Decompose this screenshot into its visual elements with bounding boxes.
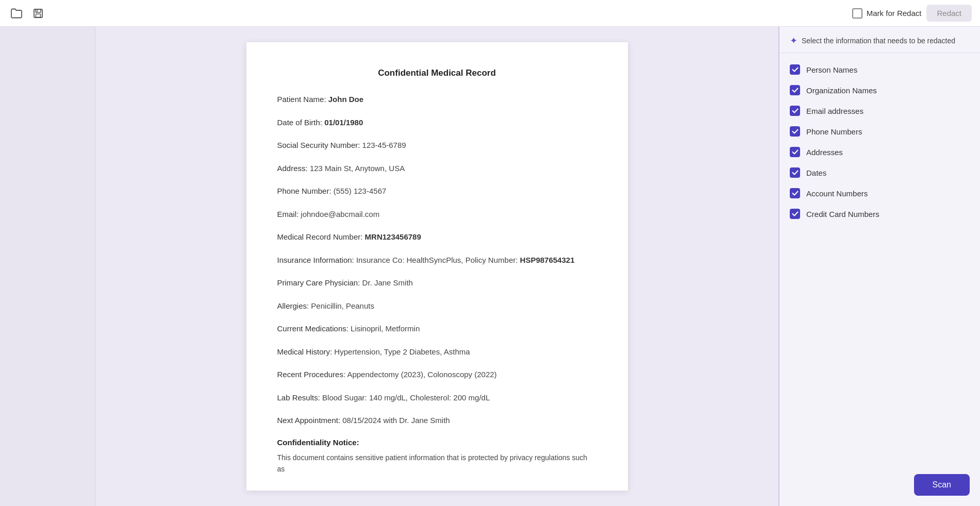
mark-redact-label: Mark for Redact (867, 9, 922, 18)
checklist-label-account-numbers: Account Numbers (806, 189, 868, 198)
confidentiality-section: Confidentiality Notice: This document co… (277, 438, 597, 475)
checklist: Person Names Organization Names Email ad… (779, 53, 980, 464)
checklist-item-credit-card-numbers[interactable]: Credit Card Numbers (779, 204, 980, 224)
svg-rect-2 (36, 14, 41, 18)
right-panel: ✦ Select the information that needs to b… (779, 27, 980, 506)
confidentiality-text: This document contains sensitive patient… (277, 452, 597, 475)
field-medications: Current Medications: Lisinopril, Metform… (277, 323, 597, 335)
file-panel (0, 27, 95, 506)
checklist-label-credit-card-numbers: Credit Card Numbers (806, 210, 879, 218)
field-ssn: Social Security Number: 123-45-6789 (277, 140, 597, 151)
scan-button[interactable]: Scan (914, 474, 970, 496)
field-procedures: Recent Procedures: Appendectomy (2023), … (277, 369, 597, 381)
checklist-label-organization-names: Organization Names (806, 86, 877, 95)
mark-redact-area: Mark for Redact (852, 8, 922, 19)
confidentiality-title: Confidentiality Notice: (277, 438, 597, 447)
panel-header-text: Select the information that needs to be … (802, 37, 955, 45)
field-insurance: Insurance Information: Insurance Co: Hea… (277, 255, 597, 266)
checkbox-addresses[interactable] (790, 147, 800, 157)
field-dob: Date of Birth: 01/01/1980 (277, 117, 597, 129)
checklist-label-email-addresses: Email addresses (806, 107, 863, 115)
toolbar-left (8, 5, 46, 22)
checklist-item-person-names[interactable]: Person Names (779, 59, 980, 80)
checkbox-organization-names[interactable] (790, 85, 800, 95)
folder-icon (11, 8, 22, 19)
save-icon (33, 8, 43, 19)
checkmark-icon (792, 129, 799, 134)
checkbox-person-names[interactable] (790, 64, 800, 75)
document-title: Confidential Medical Record (277, 68, 597, 78)
checkbox-account-numbers[interactable] (790, 188, 800, 198)
checklist-label-addresses: Addresses (806, 148, 843, 157)
checklist-item-account-numbers[interactable]: Account Numbers (779, 183, 980, 204)
sparkle-icon: ✦ (790, 35, 798, 46)
checkmark-icon (792, 191, 799, 196)
checkmark-icon (792, 108, 799, 113)
field-allergies: Allergies: Penicillin, Peanuts (277, 300, 597, 312)
checkmark-icon (792, 88, 799, 93)
checklist-item-email-addresses[interactable]: Email addresses (779, 100, 980, 121)
checklist-item-dates[interactable]: Dates (779, 162, 980, 183)
field-medical-history: Medical History: Hypertension, Type 2 Di… (277, 346, 597, 358)
field-lab-results: Lab Results: Blood Sugar: 140 mg/dL, Cho… (277, 392, 597, 404)
document-page: Confidential Medical Record Patient Name… (246, 42, 628, 491)
checkbox-phone-numbers[interactable] (790, 126, 800, 137)
panel-header: ✦ Select the information that needs to b… (779, 27, 980, 53)
panel-footer: Scan (779, 464, 980, 506)
checkmark-icon (792, 67, 799, 72)
mark-redact-checkbox[interactable] (852, 8, 862, 19)
field-next-appointment: Next Appointment: 08/15/2024 with Dr. Ja… (277, 415, 597, 427)
checklist-label-person-names: Person Names (806, 65, 857, 74)
checklist-item-phone-numbers[interactable]: Phone Numbers (779, 121, 980, 142)
toolbar: Mark for Redact Redact (0, 0, 980, 27)
field-mrn: Medical Record Number: MRN123456789 (277, 231, 597, 243)
field-address: Address: 123 Main St, Anytown, USA (277, 163, 597, 175)
checklist-label-dates: Dates (806, 168, 826, 177)
redact-button[interactable]: Redact (926, 5, 972, 22)
folder-button[interactable] (8, 5, 25, 22)
field-email: Email: johndoe@abcmail.com (277, 209, 597, 221)
checkbox-credit-card-numbers[interactable] (790, 209, 800, 219)
document-area: Confidential Medical Record Patient Name… (95, 27, 778, 506)
checklist-label-phone-numbers: Phone Numbers (806, 127, 862, 136)
checklist-item-organization-names[interactable]: Organization Names (779, 80, 980, 100)
checkmark-icon (792, 170, 799, 175)
toolbar-right: Mark for Redact Redact (852, 5, 972, 22)
field-physician: Primary Care Physician: Dr. Jane Smith (277, 277, 597, 289)
checkbox-dates[interactable] (790, 167, 800, 178)
save-button[interactable] (30, 5, 46, 22)
checkbox-email-addresses[interactable] (790, 106, 800, 116)
checkmark-icon (792, 149, 799, 155)
field-phone: Phone Number: (555) 123-4567 (277, 185, 597, 197)
checklist-item-addresses[interactable]: Addresses (779, 142, 980, 162)
field-patient-name: Patient Name: John Doe (277, 94, 597, 106)
checkmark-icon (792, 211, 799, 216)
main-area: Confidential Medical Record Patient Name… (0, 27, 980, 506)
